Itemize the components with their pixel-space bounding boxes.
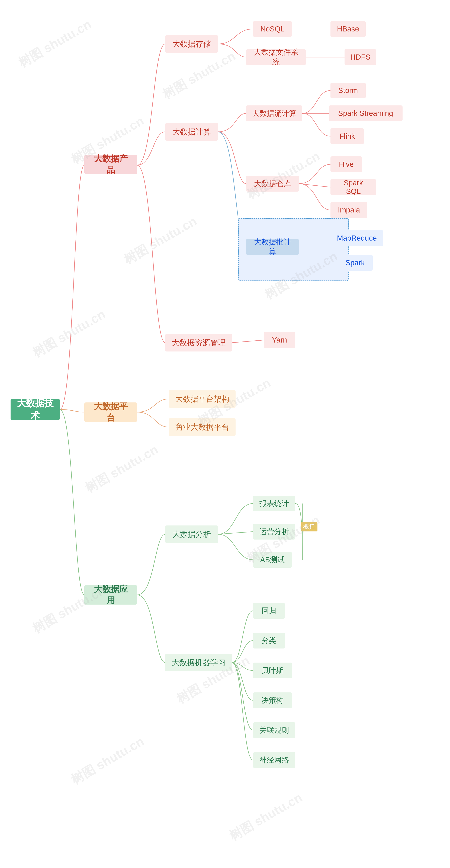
- node-big-platform-arch[interactable]: 大数据平台架构: [169, 390, 236, 408]
- big-resource-label: 大数据资源管理: [172, 338, 226, 348]
- watermark-2: 树图 shutu.cn: [159, 48, 239, 103]
- regression-label: 回归: [262, 606, 276, 616]
- impala-label: Impala: [338, 206, 360, 214]
- big-commercial-label: 商业大数据平台: [175, 422, 229, 432]
- svg-line-4: [232, 340, 264, 343]
- node-yarn[interactable]: Yarn: [264, 332, 295, 348]
- node-big-commercial[interactable]: 商业大数据平台: [169, 418, 236, 436]
- node-batch-compute[interactable]: 大数据批计算: [246, 239, 299, 255]
- warehouse-label: 大数据仓库: [254, 179, 291, 189]
- watermark-4: 树图 shutu.cn: [244, 148, 323, 203]
- batch-compute-label: 大数据批计算: [251, 237, 294, 257]
- big-platform-label: 大数据平台: [90, 401, 131, 423]
- node-decision-tree[interactable]: 决策树: [253, 692, 292, 708]
- svg-line-3: [299, 184, 330, 187]
- node-association[interactable]: 关联规则: [253, 722, 295, 738]
- spark-streaming-label: Spark Streaming: [338, 109, 393, 118]
- watermark-14: 树图 shutu.cn: [226, 789, 305, 844]
- mindmap-container: 树图 shutu.cn 树图 shutu.cn 树图 shutu.cn 树图 s…: [0, 0, 450, 868]
- ops-analysis-label: 运营分析: [260, 527, 289, 536]
- flink-label: Flink: [339, 132, 355, 141]
- root-label: 大数据技术: [17, 397, 54, 422]
- node-mapreduce[interactable]: MapReduce: [330, 230, 383, 246]
- association-label: 关联规则: [260, 725, 289, 735]
- big-ml-label: 大数据机器学习: [172, 657, 226, 668]
- node-hbase[interactable]: HBase: [330, 21, 366, 37]
- big-analysis-label: 大数据分析: [172, 529, 211, 539]
- svg-line-5: [218, 532, 253, 534]
- node-ops-analysis[interactable]: 运营分析: [253, 524, 295, 539]
- big-product-label: 大数据产品: [90, 153, 131, 176]
- big-platform-arch-label: 大数据平台架构: [175, 394, 229, 404]
- watermark-9: 树图 shutu.cn: [82, 441, 161, 496]
- node-stream-compute[interactable]: 大数据流计算: [246, 105, 302, 121]
- watermark-5: 树图 shutu.cn: [121, 213, 200, 268]
- classification-label: 分类: [262, 636, 276, 646]
- node-big-compute[interactable]: 大数据计算: [165, 123, 218, 141]
- node-big-storage[interactable]: 大数据存储: [165, 35, 218, 53]
- storm-label: Storm: [338, 86, 358, 95]
- node-ab-test[interactable]: AB测试: [253, 552, 292, 568]
- big-storage-label: 大数据存储: [172, 39, 211, 49]
- node-hdfs[interactable]: HDFS: [344, 49, 376, 65]
- bigfile-label: 大数据文件系统: [251, 47, 301, 67]
- big-compute-label: 大数据计算: [172, 127, 211, 137]
- node-big-product[interactable]: 大数据产品: [84, 155, 137, 174]
- yarn-label: Yarn: [272, 336, 287, 344]
- bayes-label: 贝叶斯: [261, 665, 283, 675]
- hdfs-label: HDFS: [350, 53, 370, 61]
- node-spark[interactable]: Spark: [337, 255, 373, 271]
- ab-test-label: AB测试: [260, 555, 285, 565]
- hive-label: Hive: [339, 160, 354, 168]
- node-big-platform[interactable]: 大数据平台: [84, 402, 137, 422]
- node-bayes[interactable]: 贝叶斯: [253, 662, 292, 678]
- root-node[interactable]: 大数据技术: [10, 399, 60, 420]
- report-label: 报表统计: [260, 499, 289, 508]
- node-warehouse[interactable]: 大数据仓库: [246, 176, 299, 192]
- node-report[interactable]: 报表统计: [253, 496, 295, 512]
- decision-tree-label: 决策树: [261, 695, 283, 705]
- node-big-analysis[interactable]: 大数据分析: [165, 525, 218, 543]
- badge-summary: 概括: [301, 522, 318, 531]
- mapreduce-label: MapReduce: [337, 234, 377, 242]
- watermark-1: 树图 shutu.cn: [15, 16, 94, 71]
- node-bigfile[interactable]: 大数据文件系统: [246, 49, 306, 65]
- node-big-ml[interactable]: 大数据机器学习: [165, 654, 232, 671]
- node-classification[interactable]: 分类: [253, 633, 285, 649]
- spark-sql-label: Spark SQL: [335, 179, 371, 195]
- node-big-app[interactable]: 大数据应用: [84, 585, 137, 604]
- badge-label: 概括: [303, 523, 315, 530]
- node-spark-streaming[interactable]: Spark Streaming: [329, 105, 402, 121]
- watermark-13: 树图 shutu.cn: [68, 733, 147, 788]
- neural-label: 神经网络: [260, 755, 289, 765]
- big-app-label: 大数据应用: [90, 584, 131, 606]
- node-storm[interactable]: Storm: [330, 83, 366, 98]
- spark-label: Spark: [346, 258, 365, 267]
- node-spark-sql[interactable]: Spark SQL: [330, 179, 376, 195]
- node-regression[interactable]: 回归: [253, 603, 285, 619]
- node-big-resource[interactable]: 大数据资源管理: [165, 334, 232, 351]
- node-flink[interactable]: Flink: [330, 128, 364, 144]
- watermark-7: 树图 shutu.cn: [29, 306, 109, 361]
- node-impala[interactable]: Impala: [330, 202, 367, 218]
- nosql-label: NoSQL: [260, 25, 284, 33]
- node-neural[interactable]: 神经网络: [253, 752, 295, 768]
- stream-compute-label: 大数据流计算: [252, 108, 296, 118]
- node-hive[interactable]: Hive: [330, 156, 362, 172]
- hbase-label: HBase: [337, 25, 359, 33]
- node-nosql[interactable]: NoSQL: [253, 21, 292, 37]
